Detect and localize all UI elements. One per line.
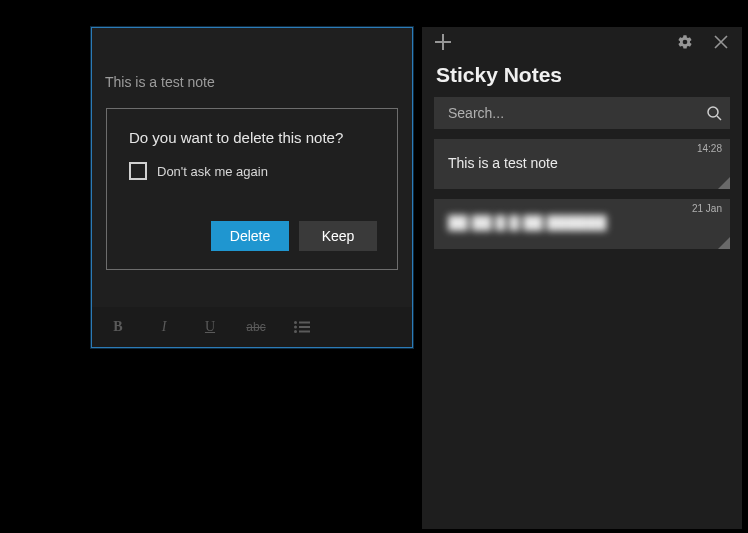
bullet-list-button[interactable] (290, 315, 314, 339)
new-note-button[interactable] (432, 31, 454, 53)
bold-button[interactable]: B (106, 315, 130, 339)
svg-line-7 (717, 116, 721, 120)
delete-button[interactable]: Delete (211, 221, 289, 251)
note-timestamp: 14:28 (697, 143, 722, 154)
note-preview: ██ ██ █ █ ██ ██████ (448, 215, 716, 231)
folded-corner-icon (718, 237, 730, 249)
gear-icon (677, 34, 693, 50)
svg-rect-1 (299, 322, 310, 324)
strikethrough-button[interactable]: abc (244, 315, 268, 339)
panel-title: Sticky Notes (422, 57, 742, 91)
svg-point-4 (294, 330, 297, 333)
underline-button[interactable]: U (198, 315, 222, 339)
checkbox-icon[interactable] (129, 162, 147, 180)
note-card[interactable]: 21 Jan ██ ██ █ █ ██ ██████ (434, 199, 730, 249)
svg-rect-3 (299, 326, 310, 328)
dialog-title: Do you want to delete this note? (129, 129, 377, 146)
search-input[interactable] (434, 97, 730, 129)
keep-button[interactable]: Keep (299, 221, 377, 251)
note-preview: This is a test note (448, 155, 716, 171)
open-note: This is a test note Do you want to delet… (91, 27, 413, 348)
dont-ask-again-row[interactable]: Don't ask me again (129, 162, 377, 180)
svg-point-6 (708, 107, 718, 117)
bullet-list-icon (294, 321, 310, 333)
close-panel-button[interactable] (710, 31, 732, 53)
search-field[interactable] (434, 97, 730, 129)
note-content[interactable]: This is a test note (105, 72, 399, 92)
note-list: 14:28 This is a test note 21 Jan ██ ██ █… (422, 139, 742, 249)
folded-corner-icon (718, 177, 730, 189)
delete-confirm-dialog: Do you want to delete this note? Don't a… (106, 108, 398, 270)
notes-list-panel: Sticky Notes 14:28 This is a test note 2 (422, 27, 742, 529)
search-icon (706, 105, 722, 121)
settings-button[interactable] (674, 31, 696, 53)
note-timestamp: 21 Jan (692, 203, 722, 214)
plus-icon (435, 34, 451, 50)
svg-point-0 (294, 321, 297, 324)
svg-point-2 (294, 326, 297, 329)
close-icon (714, 35, 728, 49)
formatting-toolbar: B I U abc (92, 307, 412, 347)
svg-rect-5 (299, 331, 310, 333)
italic-button[interactable]: I (152, 315, 176, 339)
dont-ask-again-label: Don't ask me again (157, 164, 268, 179)
note-card[interactable]: 14:28 This is a test note (434, 139, 730, 189)
